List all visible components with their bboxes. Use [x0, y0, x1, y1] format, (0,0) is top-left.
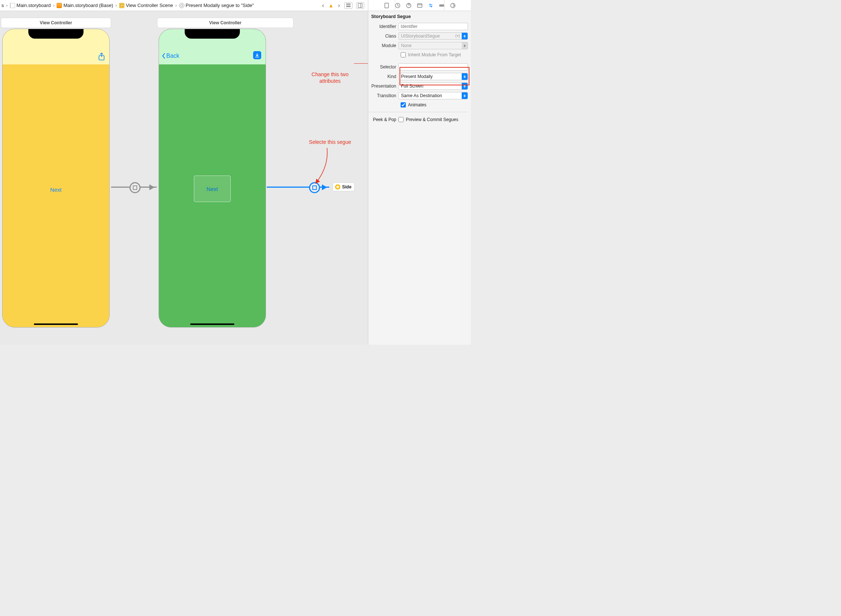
svg-rect-1	[385, 3, 388, 8]
annotation-arrow	[311, 148, 325, 181]
chevron-left-icon	[162, 53, 166, 59]
class-select[interactable]: UIStoryboardSegue ⟨•⟩	[399, 32, 468, 40]
annotation-text: Change this two attributes	[306, 71, 354, 84]
history-forward-button[interactable]: ›	[337, 2, 341, 9]
history-back-button[interactable]: ‹	[321, 2, 324, 9]
divider	[368, 112, 468, 112]
checkbox-label: Animates	[408, 102, 426, 107]
field-label: Kind	[368, 74, 399, 79]
scene-title-bar[interactable]: View Controller	[1, 18, 111, 28]
container-view[interactable]: Next	[194, 176, 231, 202]
view-controller-preview[interactable]: Next	[2, 29, 110, 327]
annotation-text: Selecte this segue	[299, 139, 361, 146]
field-label: Selector	[368, 65, 399, 70]
select-value: Present Modally	[401, 74, 433, 79]
divider	[395, 0, 395, 11]
adjust-editor-options-button[interactable]	[356, 2, 364, 9]
inherit-module-checkbox-row: Inherit Module From Target	[368, 51, 468, 59]
file-inspector-tab[interactable]	[384, 3, 390, 9]
breadcrumb-item[interactable]: s	[0, 0, 6, 11]
segue-destination-chip[interactable]: Side	[333, 182, 355, 191]
segue-node-icon	[129, 182, 141, 193]
breadcrumb-text: View Controller Scene	[126, 3, 173, 8]
field-label: Module	[368, 43, 399, 48]
inspector-form: Identifier Class UIStoryboardSegue ⟨•⟩ M…	[368, 21, 471, 124]
breadcrumb-item[interactable]: Main.storyboard	[9, 0, 52, 11]
storyboard-base-icon	[57, 3, 62, 8]
device-notch	[28, 29, 84, 39]
chevron-right-icon: ›	[115, 3, 118, 8]
dropdown-caret-icon	[462, 33, 467, 40]
clear-icon[interactable]: ⟨•⟩	[454, 33, 461, 40]
field-label: Presentation	[368, 84, 399, 89]
field-label: Identifier	[368, 24, 399, 29]
next-button: Next	[207, 186, 218, 192]
module-select[interactable]: None	[399, 42, 468, 49]
scene-title-text: View Controller	[40, 20, 72, 25]
inspector-tab-bar	[368, 0, 471, 11]
dropdown-caret-icon	[462, 42, 467, 49]
breadcrumb-text: Present Modally segue to "Side"	[186, 3, 254, 8]
field-row-module: Module None	[368, 41, 468, 50]
segue-icon	[179, 3, 184, 8]
home-indicator	[34, 323, 78, 325]
view-controller-preview[interactable]: Back Next	[158, 29, 266, 327]
scene-title-bar[interactable]: View Controller	[157, 18, 294, 28]
storyboard-canvas[interactable]: View Controller View Controller Next Bac…	[0, 11, 368, 345]
field-row-presentation: Presentation Full Screen	[368, 82, 468, 91]
field-label: Peek & Pop	[368, 117, 399, 122]
animates-checkbox-row: Animates	[368, 101, 468, 109]
breadcrumb-item[interactable]: View Controller Scene	[118, 0, 174, 11]
history-inspector-tab[interactable]	[395, 3, 401, 9]
share-icon	[98, 53, 105, 62]
back-label: Back	[166, 53, 180, 59]
field-row-identifier: Identifier	[368, 22, 468, 31]
field-row-transition: Transition Same As Destination	[368, 91, 468, 100]
field-row-peek-pop: Peek & Pop Preview & Commit Segues	[368, 115, 468, 124]
divider	[444, 0, 444, 11]
list-lines-icon	[346, 4, 350, 7]
inspector-panel: Storyboard Segue Identifier Class UIStor…	[368, 0, 471, 345]
select-value: UIStoryboardSegue	[401, 34, 440, 39]
identity-inspector-tab[interactable]	[417, 3, 423, 9]
field-row-class: Class UIStoryboardSegue ⟨•⟩	[368, 32, 468, 41]
back-button[interactable]: Back	[162, 53, 180, 59]
selector-input[interactable]	[399, 63, 468, 70]
breadcrumb-text: s	[1, 3, 4, 8]
breadcrumb-item[interactable]: Main.storyboard (Base)	[55, 0, 114, 11]
quick-help-inspector-tab[interactable]	[406, 3, 412, 9]
storyboard-file-icon	[10, 3, 15, 8]
connections-inspector-tab[interactable]	[450, 3, 456, 9]
destination-label: Side	[342, 184, 351, 189]
download-icon	[253, 51, 261, 59]
svg-rect-4	[418, 4, 422, 7]
animates-checkbox[interactable]	[401, 102, 406, 107]
annotation-line: Selecte this segue	[309, 139, 351, 145]
peek-pop-checkbox[interactable]	[399, 117, 404, 122]
checkbox-label: Inherit Module From Target	[408, 52, 461, 57]
breadcrumb-text: Main.storyboard (Base)	[63, 3, 113, 8]
transition-select[interactable]: Same As Destination	[399, 92, 468, 99]
issues-warning-icon[interactable]: ▲	[328, 3, 334, 9]
checkbox-label: Preview & Commit Segues	[406, 117, 459, 122]
chevron-right-icon: ›	[52, 3, 55, 8]
next-button[interactable]: Next	[50, 186, 62, 193]
inspector-section-heading: Storyboard Segue	[368, 11, 471, 21]
select-value: Same As Destination	[401, 93, 442, 98]
presentation-select[interactable]: Full Screen	[399, 82, 468, 90]
breadcrumb-item[interactable]: Present Modally segue to "Side"	[178, 0, 256, 11]
dropdown-caret-icon	[462, 73, 467, 80]
panel-split-icon	[358, 3, 362, 8]
field-row-kind: Kind Present Modally	[368, 72, 468, 81]
field-label: Class	[368, 34, 399, 39]
device-notch	[185, 29, 240, 39]
kind-select[interactable]: Present Modally	[399, 73, 468, 80]
attributes-inspector-tab[interactable]	[428, 3, 434, 9]
select-value: None	[401, 43, 412, 48]
segue-connector[interactable]	[111, 186, 157, 188]
outline-toggle-button[interactable]	[344, 2, 352, 9]
identifier-input[interactable]	[399, 23, 468, 30]
annotation-line: attributes	[319, 78, 341, 84]
inherit-module-checkbox[interactable]	[401, 52, 406, 57]
view-controller-icon	[335, 184, 340, 189]
